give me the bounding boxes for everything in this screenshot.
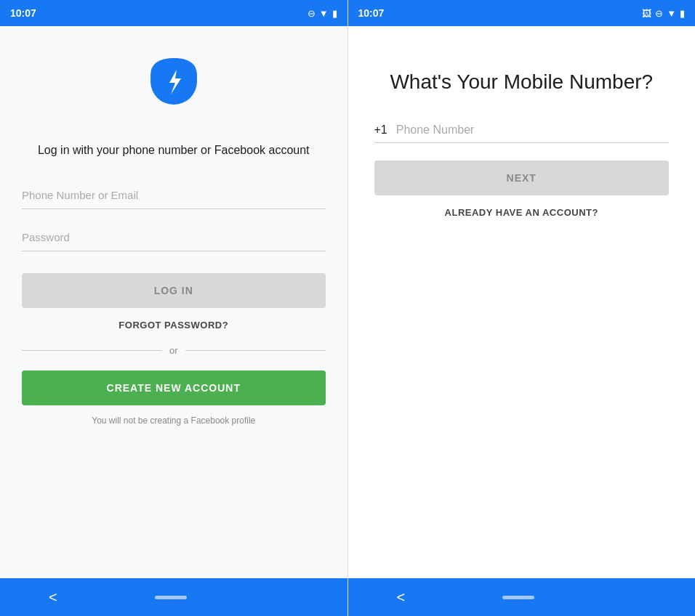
right-divider-line	[185, 350, 326, 351]
right-content: What's Your Mobile Number? +1 NEXT ALREA…	[348, 26, 696, 578]
country-code: +1	[374, 123, 387, 137]
left-battery-icon: ▮	[332, 8, 337, 19]
right-status-bar: 10:07 🖼 ⊖ ▼ ▮	[348, 0, 696, 26]
right-status-icons: 🖼 ⊖ ▼ ▮	[642, 8, 685, 19]
phone-number-input[interactable]	[396, 123, 669, 137]
password-input[interactable]	[22, 224, 326, 251]
phone-input-row: +1	[374, 123, 670, 143]
left-content: Log in with your phone number or Faceboo…	[0, 26, 348, 578]
left-wifi-icon: ▼	[319, 8, 329, 19]
fb-disclaimer: You will not be creating a Facebook prof…	[92, 416, 255, 426]
login-subtitle: Log in with your phone number or Faceboo…	[38, 142, 310, 158]
right-nav-pill	[502, 596, 534, 599]
left-phone: 10:07 ⊖ ▼ ▮ Log in with your phone numbe…	[0, 0, 348, 616]
left-donut-icon: ⊖	[308, 8, 316, 19]
already-account-link[interactable]: ALREADY HAVE AN ACCOUNT?	[374, 207, 670, 218]
left-nav-bar: <	[0, 578, 348, 616]
next-button[interactable]: NEXT	[374, 161, 670, 195]
left-divider-line	[22, 350, 162, 351]
right-donut-icon: ⊖	[655, 8, 663, 19]
left-nav-pill	[155, 596, 187, 599]
mobile-number-title: What's Your Mobile Number?	[374, 70, 670, 94]
right-image-icon: 🖼	[642, 8, 651, 19]
right-back-button[interactable]: <	[396, 589, 405, 606]
left-status-icons: ⊖ ▼ ▮	[308, 8, 337, 19]
create-account-button[interactable]: CREATE NEW ACCOUNT	[22, 370, 326, 405]
login-button[interactable]: LOG IN	[22, 273, 326, 308]
left-status-time: 10:07	[10, 7, 36, 19]
forgot-password-link[interactable]: FORGOT PASSWORD?	[118, 320, 228, 331]
divider-row: or	[22, 345, 326, 356]
right-status-time: 10:07	[358, 7, 385, 19]
right-nav-bar: <	[348, 578, 696, 616]
left-back-button[interactable]: <	[49, 589, 57, 606]
right-wifi-icon: ▼	[667, 8, 676, 19]
phone-email-input[interactable]	[22, 182, 326, 209]
right-battery-icon: ▮	[680, 8, 685, 19]
messenger-logo	[145, 55, 203, 113]
divider-or-text: or	[169, 345, 178, 356]
right-phone: 10:07 🖼 ⊖ ▼ ▮ What's Your Mobile Number?…	[348, 0, 696, 616]
left-status-bar: 10:07 ⊖ ▼ ▮	[0, 0, 348, 26]
